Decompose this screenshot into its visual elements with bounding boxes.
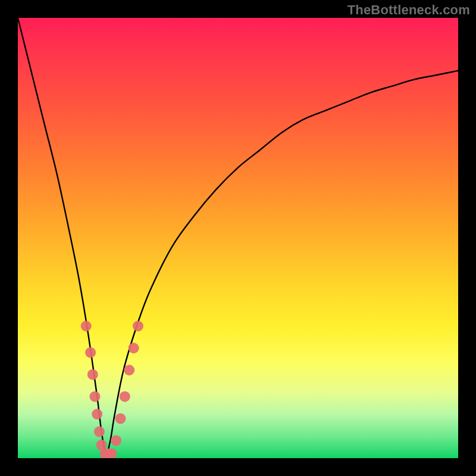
highlight-dot bbox=[115, 413, 126, 424]
highlight-dot bbox=[111, 435, 121, 446]
highlight-dot bbox=[124, 365, 134, 375]
highlight-dots-group bbox=[81, 321, 143, 458]
highlight-dot bbox=[120, 391, 130, 402]
outer-frame: TheBottleneck.com bbox=[0, 0, 476, 476]
watermark-text: TheBottleneck.com bbox=[347, 2, 470, 18]
plot-area bbox=[18, 18, 458, 458]
highlight-dot bbox=[81, 321, 92, 331]
bottleneck-chart bbox=[18, 18, 458, 458]
highlight-dot bbox=[94, 427, 105, 437]
highlight-dot bbox=[92, 409, 102, 419]
highlight-dot bbox=[87, 369, 98, 380]
highlight-dot bbox=[133, 321, 143, 331]
highlight-dot bbox=[129, 343, 139, 353]
highlight-dot bbox=[90, 391, 101, 402]
highlight-dot bbox=[85, 347, 96, 358]
bottleneck-curve-line bbox=[18, 18, 458, 454]
